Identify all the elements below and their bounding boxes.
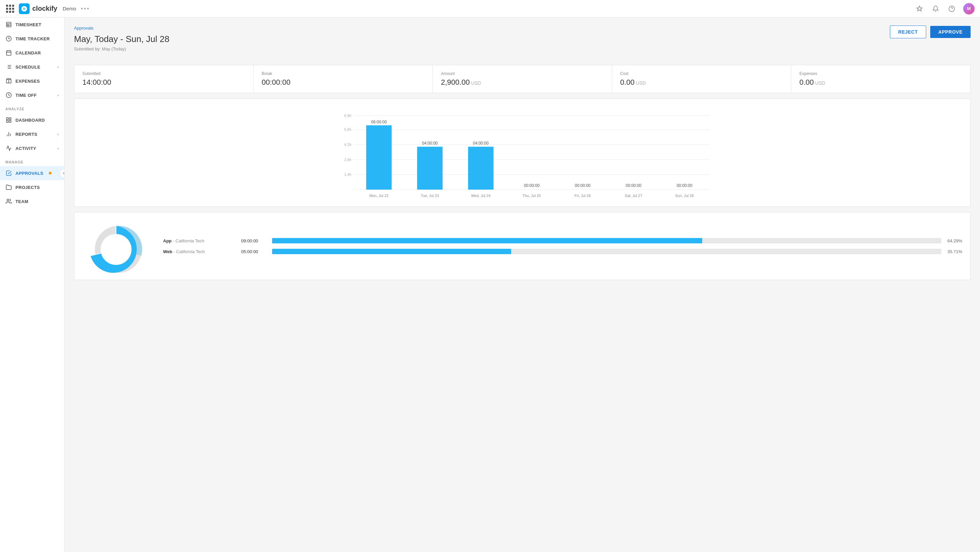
- chevron-right-icon: ›: [57, 146, 59, 150]
- stat-amount-value: 2,900.00USD: [441, 78, 604, 87]
- legend-time-app: 09:00:00: [241, 238, 268, 243]
- sidebar-item-reports[interactable]: REPORTS ›: [0, 127, 64, 141]
- sidebar-item-approvals[interactable]: APPROVALS «: [0, 166, 64, 180]
- logo-icon: [19, 3, 30, 14]
- svg-point-27: [7, 199, 9, 201]
- page-subtitle: Submitted by: May (Today): [74, 46, 170, 51]
- team-icon: [5, 198, 12, 205]
- legend-item-app: App - California Tech 09:00:00 64.29%: [163, 238, 962, 243]
- notification-bell-icon[interactable]: [931, 4, 940, 13]
- sidebar-item-schedule[interactable]: SCHEDULE ›: [0, 60, 64, 74]
- svg-rect-22: [10, 121, 11, 122]
- svg-text:Sun, Jul 28: Sun, Jul 28: [675, 194, 694, 198]
- grid-menu-button[interactable]: [5, 4, 15, 13]
- schedule-icon: [5, 63, 12, 70]
- topbar-right: M: [915, 3, 975, 14]
- workspace-menu[interactable]: [81, 8, 89, 10]
- stat-break-label: Break: [262, 71, 425, 76]
- svg-rect-45: [468, 147, 494, 190]
- svg-text:5.6h: 5.6h: [344, 127, 352, 132]
- pin-icon[interactable]: [915, 4, 924, 13]
- reject-button[interactable]: REJECT: [890, 25, 926, 38]
- sidebar-item-label: EXPENSES: [16, 79, 40, 84]
- collapse-sidebar-button[interactable]: «: [59, 168, 65, 178]
- svg-text:Thu, Jul 25: Thu, Jul 25: [523, 194, 541, 198]
- stats-bar: Submitted 14:00:00 Break 00:00:00 Amount…: [74, 65, 970, 93]
- sidebar: TIMESHEET TIME TRACKER CALENDAR SCHEDULE…: [0, 17, 65, 552]
- svg-text:00:00:00: 00:00:00: [524, 183, 540, 188]
- sidebar-item-calendar[interactable]: CALENDAR: [0, 46, 64, 60]
- svg-rect-21: [10, 118, 11, 119]
- manage-section-label: MANAGE: [0, 155, 64, 166]
- sidebar-item-label: TIME OFF: [16, 93, 37, 98]
- sidebar-item-label: APPROVALS: [16, 171, 43, 176]
- svg-rect-20: [6, 118, 8, 119]
- page-header-left: Approvals May, Today - Sun, Jul 28 Submi…: [74, 25, 170, 58]
- donut-chart: [83, 219, 150, 273]
- svg-text:00:00:00: 00:00:00: [575, 183, 590, 188]
- sidebar-item-label: TIME TRACKER: [16, 36, 50, 41]
- receipt-icon: [5, 78, 12, 84]
- layout: TIMESHEET TIME TRACKER CALENDAR SCHEDULE…: [0, 17, 980, 552]
- chart-card: 6.9h5.6h4.2h2.8h1.4h06:00:00Mon, Jul 220…: [74, 98, 970, 207]
- calendar-icon: [5, 49, 12, 56]
- svg-text:00:00:00: 00:00:00: [625, 183, 641, 188]
- help-icon[interactable]: [947, 4, 956, 13]
- sidebar-item-time-tracker[interactable]: TIME TRACKER: [0, 32, 64, 46]
- reports-icon: [5, 131, 12, 138]
- topbar: clockify Demo M: [0, 0, 980, 17]
- badge-dot: [49, 172, 51, 174]
- sidebar-item-label: TIMESHEET: [16, 22, 41, 27]
- approve-button[interactable]: APPROVE: [930, 26, 970, 38]
- sidebar-item-expenses[interactable]: EXPENSES: [0, 74, 64, 88]
- stat-expenses-label: Expenses: [799, 71, 962, 76]
- stat-submitted: Submitted 14:00:00: [74, 65, 254, 93]
- sidebar-item-label: PROJECTS: [16, 185, 40, 190]
- chevron-right-icon: ›: [57, 132, 59, 136]
- logo-text: clockify: [32, 5, 57, 13]
- stat-amount-label: Amount: [441, 71, 604, 76]
- sidebar-item-activity[interactable]: ACTIVITY ›: [0, 141, 64, 155]
- legend-time-web: 05:00:00: [241, 249, 268, 254]
- page-title: May, Today - Sun, Jul 28: [74, 34, 170, 44]
- svg-rect-42: [417, 147, 442, 190]
- sidebar-item-timesheet[interactable]: TIMESHEET: [0, 17, 64, 32]
- svg-text:Fri, Jul 26: Fri, Jul 26: [574, 194, 590, 198]
- main-content: Approvals May, Today - Sun, Jul 28 Submi…: [65, 17, 980, 552]
- stat-break: Break 00:00:00: [254, 65, 433, 93]
- svg-text:Wed, Jul 24: Wed, Jul 24: [471, 194, 491, 198]
- legend-label-app: App - California Tech: [163, 238, 237, 243]
- timeoff-icon: [5, 92, 12, 98]
- legend-bar-wrap-app: [272, 238, 941, 243]
- stat-expenses: Expenses 0.00USD: [791, 65, 970, 93]
- breadcrumb[interactable]: Approvals: [74, 25, 170, 30]
- page-header: Approvals May, Today - Sun, Jul 28 Submi…: [74, 25, 970, 58]
- bottom-section: App - California Tech 09:00:00 64.29% We…: [74, 212, 970, 280]
- svg-rect-23: [6, 121, 8, 122]
- svg-text:6.9h: 6.9h: [344, 114, 352, 118]
- workspace-label: Demo: [62, 6, 76, 11]
- page-header-actions: REJECT APPROVE: [890, 25, 970, 38]
- activity-icon: [5, 145, 12, 152]
- sidebar-item-dashboard[interactable]: DASHBOARD: [0, 113, 64, 127]
- stat-cost-value: 0.00USD: [620, 78, 783, 87]
- analyze-section-label: ANALYZE: [0, 102, 64, 113]
- svg-rect-39: [366, 125, 392, 190]
- legend-pct-web: 35.71%: [945, 249, 962, 254]
- sidebar-item-label: CALENDAR: [16, 51, 41, 56]
- chevron-right-icon: ›: [57, 93, 59, 97]
- logo[interactable]: clockify: [19, 3, 57, 14]
- sidebar-item-team[interactable]: TEAM: [0, 194, 64, 208]
- sidebar-item-label: ACTIVITY: [16, 146, 36, 151]
- stat-cost: Cost 0.00USD: [612, 65, 791, 93]
- svg-text:4.2h: 4.2h: [344, 143, 352, 147]
- avatar[interactable]: M: [963, 3, 975, 14]
- bar-chart: 6.9h5.6h4.2h2.8h1.4h06:00:00Mon, Jul 220…: [83, 106, 962, 200]
- sidebar-item-time-off[interactable]: TIME OFF ›: [0, 88, 64, 102]
- svg-rect-7: [6, 51, 11, 56]
- sidebar-item-projects[interactable]: PROJECTS: [0, 180, 64, 194]
- legend-section: App - California Tech 09:00:00 64.29% We…: [163, 219, 962, 273]
- stat-break-value: 00:00:00: [262, 78, 425, 87]
- svg-text:Sat, Jul 27: Sat, Jul 27: [625, 194, 642, 198]
- legend-pct-app: 64.29%: [945, 238, 962, 243]
